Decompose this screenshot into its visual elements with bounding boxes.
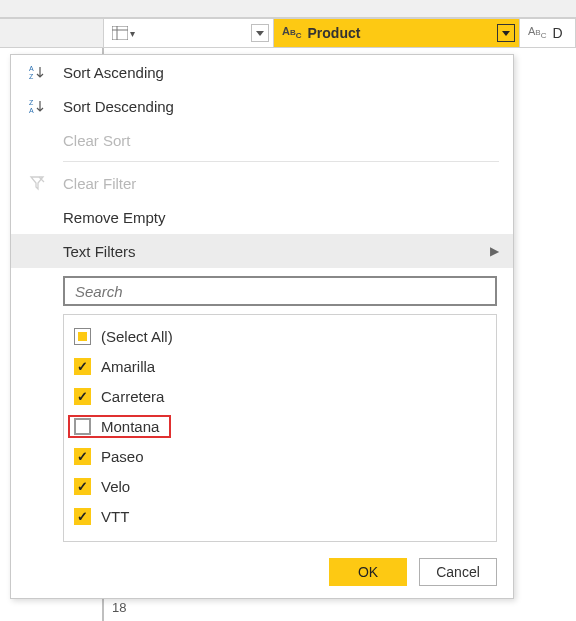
column-dropdown-icon[interactable] [497, 24, 515, 42]
sort-asc-icon: AZ [25, 64, 49, 80]
menu-clear-filter: Clear Filter [11, 166, 513, 200]
filter-item[interactable]: Montana [74, 411, 486, 441]
filter-item-label: Carretera [101, 388, 164, 405]
filter-item-label: VTT [101, 508, 129, 525]
column-headers: ▾ ABC Product ABC D [0, 18, 576, 48]
filter-item-label: (Select All) [101, 328, 173, 345]
menu-separator [63, 161, 499, 162]
svg-text:Z: Z [29, 73, 34, 80]
header-strip [0, 0, 576, 18]
checkbox-checked[interactable] [74, 478, 91, 495]
search-box[interactable] [63, 276, 497, 306]
column-header-blank[interactable]: ▾ [104, 19, 274, 47]
filter-item[interactable]: (Select All) [74, 321, 486, 351]
search-input[interactable] [73, 282, 487, 301]
chevron-right-icon: ▶ [490, 244, 499, 258]
column-label: Product [308, 25, 361, 41]
checkbox-square[interactable] [74, 328, 91, 345]
footer-row-number: 18 [104, 593, 126, 621]
filter-item[interactable]: Carretera [74, 381, 486, 411]
filter-item-label: Velo [101, 478, 130, 495]
filter-item-label: Paseo [101, 448, 144, 465]
filter-item[interactable]: Velo [74, 471, 486, 501]
filter-clear-icon [25, 175, 49, 191]
menu-label: Clear Filter [63, 175, 136, 192]
svg-text:A: A [29, 65, 34, 72]
checkbox-checked[interactable] [74, 448, 91, 465]
filter-item-label: Montana [101, 418, 159, 435]
svg-rect-0 [112, 26, 128, 40]
filter-item-label: Amarilla [101, 358, 155, 375]
column-dropdown-icon[interactable] [251, 24, 269, 42]
button-row: OK Cancel [11, 558, 497, 586]
svg-text:Z: Z [29, 99, 34, 106]
sort-desc-icon: ZA [25, 98, 49, 114]
menu-label: Clear Sort [63, 132, 131, 149]
menu-label: Sort Ascending [63, 64, 164, 81]
column-header-product[interactable]: ABC Product [274, 19, 520, 47]
menu-clear-sort: Clear Sort [11, 123, 513, 157]
abc-type-icon: ABC [528, 25, 546, 40]
menu-label: Text Filters [63, 243, 136, 260]
checkbox-checked[interactable] [74, 508, 91, 525]
abc-type-icon: ABC [282, 25, 302, 40]
menu-label: Remove Empty [63, 209, 166, 226]
svg-text:A: A [29, 107, 34, 114]
checkbox-checked[interactable] [74, 388, 91, 405]
menu-text-filters[interactable]: Text Filters ▶ [11, 234, 513, 268]
menu-sort-ascending[interactable]: AZ Sort Ascending [11, 55, 513, 89]
checkbox-checked[interactable] [74, 358, 91, 375]
menu-sort-descending[interactable]: ZA Sort Descending [11, 89, 513, 123]
menu-remove-empty[interactable]: Remove Empty [11, 200, 513, 234]
ok-button[interactable]: OK [329, 558, 407, 586]
filter-sort-menu: AZ Sort Ascending ZA Sort Descending Cle… [10, 54, 514, 599]
filter-item[interactable]: Amarilla [74, 351, 486, 381]
column-label: D [552, 25, 562, 41]
table-icon [112, 26, 128, 40]
column-header-right[interactable]: ABC D [520, 19, 576, 47]
checkbox-empty[interactable] [74, 418, 91, 435]
row-index-header [0, 19, 104, 47]
filter-item[interactable]: VTT [74, 501, 486, 531]
filter-item[interactable]: Paseo [74, 441, 486, 471]
menu-label: Sort Descending [63, 98, 174, 115]
cancel-button[interactable]: Cancel [419, 558, 497, 586]
filter-checkbox-list: (Select All)AmarillaCarreteraMontanaPase… [63, 314, 497, 542]
